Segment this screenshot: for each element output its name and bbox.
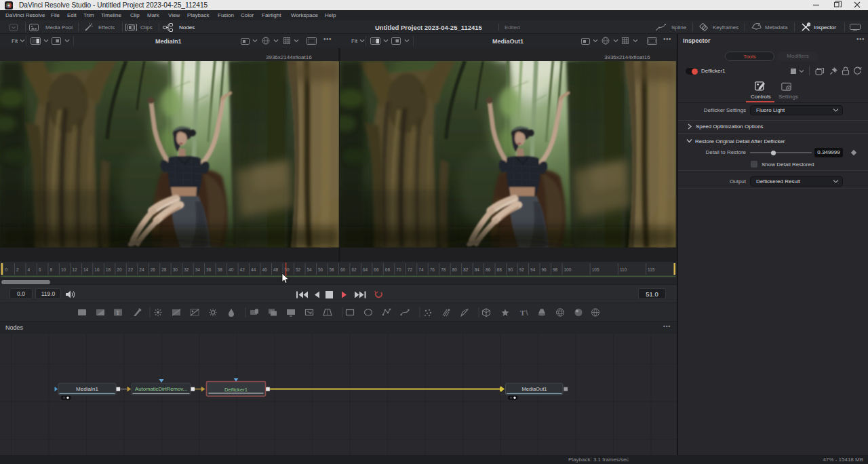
svg-text:52: 52: [296, 267, 301, 272]
svg-text:64: 64: [363, 267, 368, 272]
svg-text:94: 94: [530, 267, 536, 272]
svg-text:68: 68: [385, 267, 391, 272]
svg-text:22: 22: [128, 267, 134, 272]
svg-text:40: 40: [229, 267, 234, 272]
svg-text:42: 42: [240, 267, 245, 272]
svg-text:54: 54: [307, 267, 313, 272]
svg-text:84: 84: [475, 267, 480, 272]
svg-text:48: 48: [273, 267, 279, 272]
svg-text:58: 58: [329, 267, 334, 272]
svg-text:66: 66: [374, 267, 379, 272]
svg-text:115: 115: [648, 267, 655, 272]
svg-text:4: 4: [28, 267, 31, 272]
svg-text:AutomaticDirtRemov...: AutomaticDirtRemov...: [135, 386, 187, 392]
svg-text:34: 34: [195, 267, 201, 272]
svg-text:86: 86: [486, 267, 491, 272]
svg-text:32: 32: [184, 267, 189, 272]
svg-text:20: 20: [117, 267, 122, 272]
svg-text:12: 12: [72, 267, 77, 272]
svg-text:76: 76: [430, 267, 435, 272]
svg-text:18: 18: [106, 267, 111, 272]
svg-text:38: 38: [218, 267, 223, 272]
svg-text:72: 72: [408, 267, 413, 272]
svg-text:0: 0: [5, 267, 8, 272]
svg-text:80: 80: [452, 267, 458, 272]
svg-text:6: 6: [39, 267, 41, 272]
svg-text:70: 70: [396, 267, 401, 272]
svg-text:10: 10: [61, 267, 66, 272]
svg-text:105: 105: [592, 267, 599, 272]
svg-text:88: 88: [497, 267, 502, 272]
svg-text:50: 50: [285, 267, 290, 272]
svg-text:60: 60: [340, 267, 346, 272]
svg-text:44: 44: [251, 267, 256, 272]
svg-text:16: 16: [94, 267, 100, 272]
svg-text:82: 82: [463, 267, 469, 272]
svg-text:96: 96: [542, 267, 547, 272]
svg-text:78: 78: [441, 267, 446, 272]
svg-text:62: 62: [351, 267, 357, 272]
svg-text:T: T: [116, 309, 120, 316]
svg-text:24: 24: [139, 267, 144, 272]
svg-text:T: T: [520, 309, 526, 317]
svg-text:2: 2: [16, 267, 19, 272]
svg-text:26: 26: [151, 267, 156, 272]
svg-text:100: 100: [564, 267, 572, 272]
svg-text:92: 92: [519, 267, 525, 272]
svg-text:14: 14: [83, 267, 89, 272]
svg-text:90: 90: [508, 267, 513, 272]
svg-text:110: 110: [620, 267, 627, 272]
svg-text:46: 46: [262, 267, 268, 272]
svg-text:28: 28: [161, 267, 167, 272]
svg-text:74: 74: [418, 267, 424, 272]
svg-text:MediaIn1: MediaIn1: [76, 386, 99, 392]
svg-text:MediaOut1: MediaOut1: [522, 386, 548, 392]
svg-text:36: 36: [206, 267, 212, 272]
svg-text:8: 8: [50, 267, 52, 272]
svg-text:56: 56: [318, 267, 323, 272]
svg-text:98: 98: [553, 267, 558, 272]
svg-text:30: 30: [173, 267, 178, 272]
svg-text:Deflicker1: Deflicker1: [224, 387, 248, 393]
